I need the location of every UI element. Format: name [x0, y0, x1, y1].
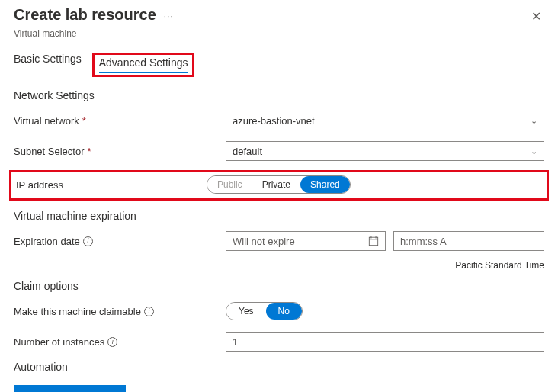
expiration-date-label: Expiration date i — [14, 236, 226, 247]
calendar-icon — [368, 236, 379, 246]
more-menu[interactable]: ··· — [164, 11, 174, 21]
info-icon[interactable]: i — [83, 236, 93, 246]
instances-input[interactable]: 1 — [226, 332, 544, 352]
highlight-ip-row: IP address Public Private Shared — [9, 170, 549, 201]
claimable-label: Make this machine claimable i — [14, 306, 226, 317]
subnet-select[interactable]: default ⌄ — [226, 141, 544, 161]
tab-advanced-settings[interactable]: Advanced Settings — [99, 56, 188, 73]
time-placeholder: h:mm:ss A — [400, 236, 447, 247]
expiration-time-input[interactable]: h:mm:ss A — [393, 231, 544, 251]
chevron-down-icon: ⌄ — [531, 116, 537, 126]
instances-value: 1 — [232, 336, 238, 348]
page-subtitle: Virtual machine — [14, 28, 544, 39]
claimable-yes[interactable]: Yes — [226, 303, 266, 320]
ip-option-private[interactable]: Private — [252, 176, 300, 193]
highlight-advanced-tab: Advanced Settings — [92, 53, 195, 77]
instances-label: Number of instances i — [14, 336, 226, 348]
info-icon[interactable]: i — [107, 337, 117, 347]
tab-bar: Basic Settings Advanced Settings — [14, 53, 544, 77]
ip-label: IP address — [16, 179, 207, 191]
section-network: Network Settings — [14, 89, 544, 101]
vnet-label: Virtual network * — [14, 115, 226, 127]
vnet-value: azure-bastion-vnet — [232, 115, 315, 127]
ip-option-public[interactable]: Public — [207, 176, 252, 193]
section-automation: Automation — [14, 361, 544, 373]
date-placeholder: Will not expire — [232, 236, 295, 247]
tab-basic-settings[interactable]: Basic Settings — [14, 53, 82, 77]
ip-option-shared[interactable]: Shared — [300, 176, 350, 193]
chevron-down-icon: ⌄ — [531, 146, 537, 156]
subnet-value: default — [232, 146, 262, 157]
subnet-label: Subnet Selector * — [14, 146, 226, 157]
page-title: Create lab resource — [14, 6, 156, 24]
claimable-toggle: Yes No — [226, 302, 303, 320]
view-arm-template-button[interactable]: View ARM template — [14, 385, 126, 392]
expiration-date-input[interactable]: Will not expire — [226, 231, 386, 251]
vnet-select[interactable]: azure-bastion-vnet ⌄ — [226, 111, 544, 130]
timezone-text: Pacific Standard Time — [14, 260, 544, 271]
close-button[interactable]: ✕ — [528, 6, 544, 27]
info-icon[interactable]: i — [144, 307, 154, 316]
section-claim: Claim options — [14, 280, 544, 292]
svg-rect-0 — [369, 237, 377, 246]
ip-segmented: Public Private Shared — [207, 175, 351, 194]
claimable-no[interactable]: No — [266, 303, 302, 320]
section-expiration: Virtual machine expiration — [14, 210, 544, 222]
